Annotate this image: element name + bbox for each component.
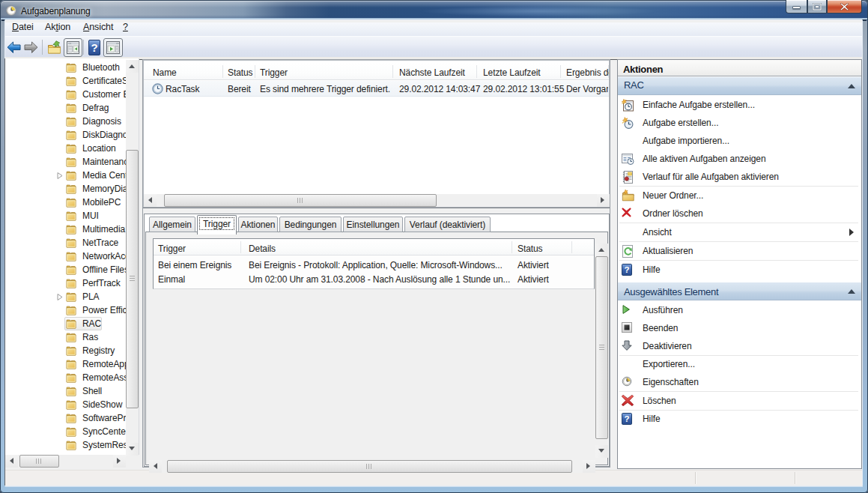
svg-text:?: ? (625, 414, 630, 423)
svg-text:?: ? (625, 265, 630, 274)
svg-text:?: ? (91, 41, 97, 54)
